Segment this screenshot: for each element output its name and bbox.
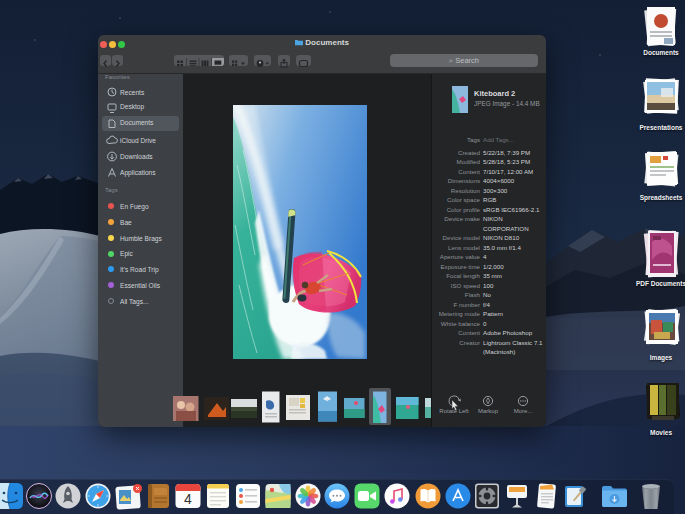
svg-text:4: 4: [184, 491, 192, 507]
